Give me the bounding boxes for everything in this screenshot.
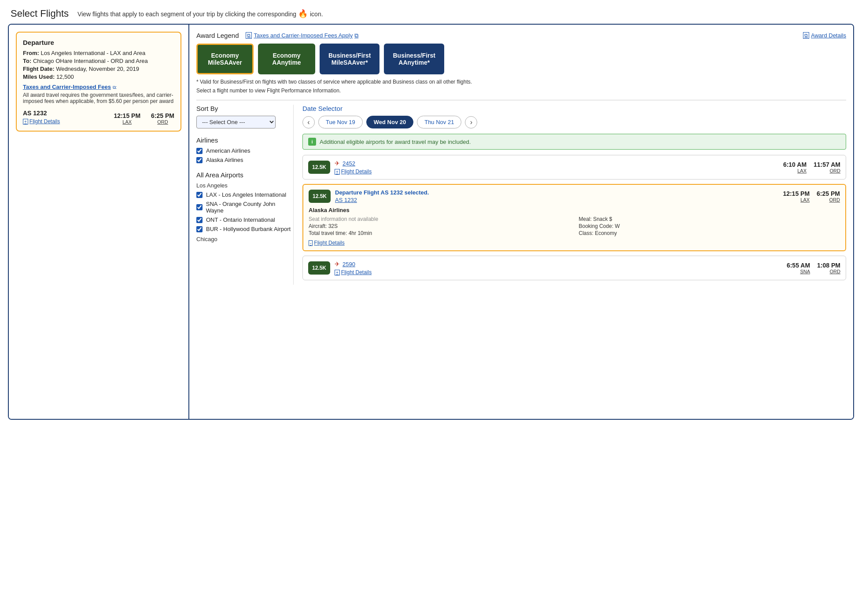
airline-alaska: Alaska Airlines: [196, 157, 293, 163]
travel-time: Total travel time: 4hr 10min: [309, 230, 570, 236]
taxes-fees-link[interactable]: ⧉ Taxes and Carrier-Imposed Fees Apply ⧉: [246, 32, 358, 39]
bottom-row: Sort By --- Select One --- Airlines Amer…: [196, 105, 846, 285]
award-buttons: EconomyMileSAAver EconomyAAnytime Busine…: [196, 44, 846, 74]
eligible-airports-banner: i Additional eligible airports for award…: [302, 134, 846, 150]
flight-details-link[interactable]: + Flight Details: [23, 118, 60, 125]
date-tue[interactable]: Tue Nov 19: [318, 116, 363, 128]
flight-detail-grid-1232: Seat information not available Meal: Sna…: [309, 216, 840, 236]
airport-bur: BUR - Hollywood Burbank Airport: [196, 226, 293, 232]
sort-section: Sort By --- Select One ---: [196, 105, 293, 128]
depart-time-block: 12:15 PM LAX: [114, 112, 140, 125]
airports-title: All Area Airports: [196, 171, 293, 179]
airline-american-checkbox[interactable]: [196, 148, 203, 154]
flight-details-2590[interactable]: + Flight Details: [335, 269, 774, 275]
date-thu[interactable]: Thu Nov 21: [417, 116, 461, 128]
miles-row: Miles Used: 12,500: [23, 73, 174, 80]
flight-card-2590: 12.5K ✈ 2590 + Flight Details: [302, 256, 846, 280]
flight-num-row: ✈ 2452: [335, 160, 774, 167]
airport-bur-checkbox[interactable]: [196, 226, 203, 232]
economy-milesa-btn[interactable]: EconomyMileSAAver: [196, 44, 254, 74]
perf-note: Select a flight number to view Flight Pe…: [196, 88, 846, 94]
to-row: To: Chicago OHare International - ORD an…: [23, 58, 174, 64]
airline-name-1232: Alaska Airlines: [309, 207, 840, 213]
page-subtitle: View flights that apply to each segment …: [77, 9, 323, 18]
flight-num-row-1232: AS 1232: [335, 197, 774, 203]
flight-detail-expand-1232: Alaska Airlines Seat information not ava…: [309, 207, 840, 246]
flight-summary: AS 1232 + Flight Details 12:15 PM LAX 6:…: [23, 110, 174, 125]
prev-date-btn[interactable]: ‹: [302, 116, 315, 128]
flight-details-collapse-1232[interactable]: - Flight Details: [309, 240, 840, 246]
award-note: * Valid for Business/First on flights wi…: [196, 79, 846, 85]
airport-lax: LAX - Los Angeles International: [196, 191, 293, 198]
airlines-section: Airlines American Airlines Alaska Airlin…: [196, 136, 293, 163]
next-date-btn[interactable]: ›: [465, 116, 477, 128]
date-nav: ‹ Tue Nov 19 Wed Nov 20 Thu Nov 21 ›: [302, 116, 846, 128]
seat-info: Seat information not available: [309, 216, 570, 222]
airline-icon-2452: ✈: [335, 160, 340, 167]
flight-card-top-1232: 12.5K Departure Flight AS 1232 selected.…: [309, 189, 840, 203]
page-title: Select Flights: [11, 8, 69, 19]
economy-aanytime-btn[interactable]: EconomyAAnytime: [258, 44, 315, 74]
airport-lax-label: LAX - Los Angeles International: [206, 191, 286, 198]
date-selector: Date Selector ‹ Tue Nov 19 Wed Nov 20 Th…: [302, 105, 846, 128]
city-chicago: Chicago: [196, 236, 293, 242]
award-details-icon: ⧉: [803, 32, 809, 39]
from-row: From: Los Angeles International - LAX an…: [23, 50, 174, 56]
airline-alaska-label: Alaska Airlines: [206, 157, 243, 163]
info-icon: i: [308, 138, 316, 146]
flight-card-top: 12.5K ✈ 2452 + Flight Details: [308, 160, 840, 175]
date-selector-title: Date Selector: [302, 105, 846, 112]
filters-col: Sort By --- Select One --- Airlines Amer…: [196, 105, 293, 285]
meal-info: Meal: Snack $: [579, 216, 840, 222]
flight-num-row-2590: ✈ 2590: [335, 260, 774, 268]
airport-ont-checkbox[interactable]: [196, 217, 203, 223]
flight-class: Class: Economy: [579, 230, 840, 236]
departure-flight-num: AS 1232: [23, 110, 60, 117]
city-los-angeles: Los Angeles: [196, 182, 293, 189]
aircraft-info: Aircraft: 32S: [309, 223, 570, 229]
plus-icon: +: [23, 119, 28, 125]
flight-num-2452[interactable]: 2452: [343, 160, 355, 167]
booking-code: Booking Code: W: [579, 223, 840, 229]
flight-info-1232: Departure Flight AS 1232 selected. AS 12…: [335, 189, 774, 203]
airports-section: All Area Airports Los Angeles LAX - Los …: [196, 171, 293, 242]
flights-col: Date Selector ‹ Tue Nov 19 Wed Nov 20 Th…: [293, 105, 846, 285]
selected-header-1232: Departure Flight AS 1232 selected.: [335, 189, 774, 196]
airport-sna-checkbox[interactable]: [196, 204, 203, 210]
miles-badge-2590: 12.5K: [308, 261, 330, 275]
divider: [196, 100, 846, 100]
airport-sna: SNA - Orange County John Wayne: [196, 201, 293, 214]
flight-times-2590: 6:55 AM SNA 1:08 PM ORD: [779, 262, 840, 274]
business-milesa-btn[interactable]: Business/FirstMileSAAver*: [320, 44, 379, 74]
main-container: Departure From: Los Angeles Internationa…: [8, 24, 854, 420]
flight-times-1232: 12:15 PM LAX 6:25 PM ORD: [778, 190, 840, 202]
airline-icon-2590: ✈: [335, 260, 340, 268]
taxes-ext-icon: ⧉:: [113, 85, 117, 90]
award-legend-header: Award Legend ⧉ Taxes and Carrier-Imposed…: [196, 32, 846, 39]
eligible-msg: Additional eligible airports for award t…: [320, 139, 471, 145]
sort-title: Sort By: [196, 105, 293, 112]
flight-num-2590[interactable]: 2590: [343, 261, 355, 268]
flight-num-1232[interactable]: AS 1232: [335, 197, 357, 203]
page-header: Select Flights View flights that apply t…: [0, 0, 862, 24]
left-panel: Departure From: Los Angeles Internationa…: [9, 25, 189, 419]
departure-heading: Departure: [23, 39, 174, 46]
flight-times-2452: 6:10 AM LAX 11:57 AM ORD: [779, 161, 840, 173]
flight-info-2452: ✈ 2452 + Flight Details: [335, 160, 774, 175]
business-aanytime-btn[interactable]: Business/FirstAAnytime*: [384, 44, 444, 74]
award-legend-title: Award Legend: [196, 32, 239, 39]
sort-select[interactable]: --- Select One ---: [196, 116, 276, 128]
date-wed[interactable]: Wed Nov 20: [366, 116, 413, 128]
flight-card-1232: 12.5K Departure Flight AS 1232 selected.…: [302, 184, 846, 251]
minus-icon-1232: -: [309, 240, 313, 246]
airline-american-label: American Airlines: [206, 147, 250, 154]
airport-lax-checkbox[interactable]: [196, 192, 203, 198]
taxes-link[interactable]: Taxes and Carrier-Imposed Fees: [23, 84, 111, 90]
departure-card: Departure From: Los Angeles Internationa…: [16, 32, 181, 132]
ext-icon: ⧉: [354, 32, 358, 39]
award-details-link[interactable]: ⧉ Award Details: [803, 32, 846, 39]
airline-alaska-checkbox[interactable]: [196, 157, 203, 163]
flight-details-2452[interactable]: + Flight Details: [335, 169, 774, 175]
date-row: Flight Date: Wednesday, November 20, 201…: [23, 66, 174, 72]
flight-info-2590: ✈ 2590 + Flight Details: [335, 260, 774, 275]
